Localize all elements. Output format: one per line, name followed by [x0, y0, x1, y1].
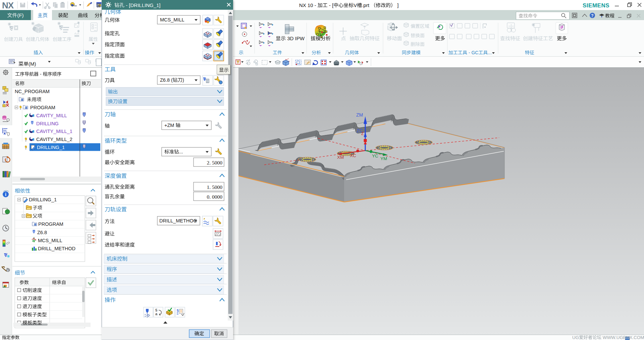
- svg-text:5: 5: [177, 309, 179, 313]
- svg-text:i: i: [5, 192, 6, 197]
- svg-text:a: a: [155, 312, 158, 316]
- svg-text:z: z: [34, 236, 35, 239]
- svg-text:?: ?: [591, 13, 593, 18]
